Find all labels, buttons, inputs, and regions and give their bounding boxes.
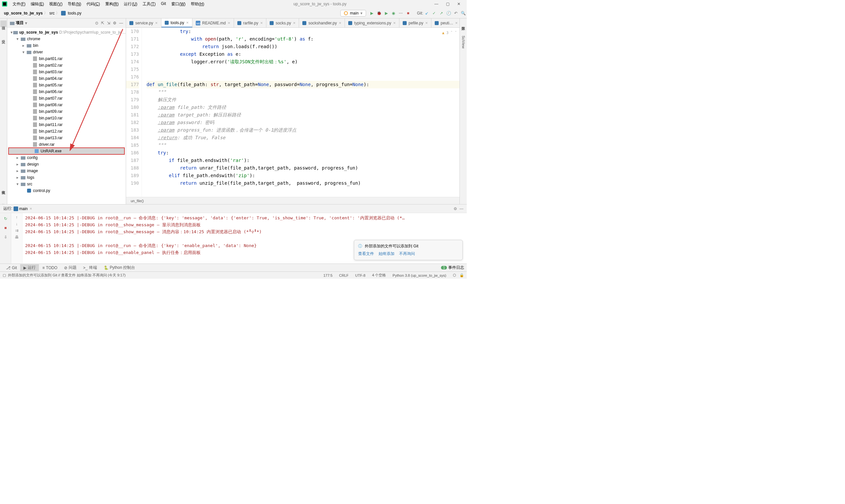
editor-tab[interactable]: typing_extensions.py× [345, 18, 399, 28]
bottom-tab-运行[interactable]: ▶运行 [20, 264, 39, 271]
tree-item[interactable]: bin.part12.rar [7, 128, 126, 134]
tree-item[interactable]: bin.part11.rar [7, 121, 126, 128]
tool-tab-favorites[interactable]: 收藏夹 [0, 184, 6, 191]
tree-item[interactable]: bin.part05.rar [7, 82, 126, 88]
tree-item[interactable]: bin.part13.rar [7, 134, 126, 141]
tree-item[interactable]: bin.part08.rar [7, 102, 126, 108]
expand-all-icon[interactable]: ⇱ [101, 21, 104, 25]
breadcrumb-root[interactable]: up_score_to_jw_sys [3, 11, 43, 16]
line-ending[interactable]: CRLF [336, 273, 352, 277]
file-encoding[interactable]: UTF-8 [352, 273, 369, 277]
collapse-all-icon[interactable]: ⇲ [107, 21, 110, 25]
tool-tab-structure[interactable]: 结构 [0, 198, 6, 204]
editor-breadcrumb[interactable]: un_file() [126, 197, 459, 204]
notif-link-view[interactable]: 查看文件 [358, 251, 374, 257]
menu-导航(N)[interactable]: 导航(N) [65, 1, 84, 7]
notif-link-always[interactable]: 始终添加 [379, 251, 394, 257]
run-button[interactable]: ▶ [368, 10, 375, 17]
bottom-tab-终端[interactable]: >_终端 [80, 264, 100, 271]
event-log-button[interactable]: 1 事件日志 [441, 265, 464, 270]
tool-tab-sciview[interactable]: SciView [461, 32, 466, 52]
tree-item[interactable]: bin.part01.rar [7, 55, 126, 62]
tree-item[interactable]: ▸image [7, 167, 126, 174]
menu-Git[interactable]: Git [158, 1, 168, 7]
menu-工具(T)[interactable]: 工具(T) [140, 1, 158, 7]
tool-tab-commit[interactable]: 提交 [0, 34, 6, 40]
git-commit-button[interactable]: ✓ [430, 10, 438, 17]
tree-item[interactable]: bin.part10.rar [7, 115, 126, 121]
minimize-button[interactable]: — [433, 1, 440, 7]
menu-窗口(W)[interactable]: 窗口(W) [169, 1, 188, 7]
git-push-button[interactable]: ↗ [438, 10, 445, 17]
tree-item[interactable]: bin.part04.rar [7, 75, 126, 82]
editor-tab[interactable]: socks.py× [266, 18, 299, 28]
run-settings-icon[interactable]: ⚙ [454, 206, 457, 211]
close-button[interactable]: ✕ [456, 1, 462, 7]
tool-tab-database[interactable]: 数据库 [460, 20, 466, 27]
run-config-name[interactable]: main [19, 206, 28, 211]
menu-视图(V)[interactable]: 视图(V) [47, 1, 65, 7]
tree-item[interactable]: bin.part06.rar [7, 88, 126, 95]
git-history-button[interactable]: 🕘 [445, 10, 452, 17]
debug-button[interactable]: 🐞 [375, 10, 383, 17]
print-icon[interactable]: 🖶 [15, 235, 19, 239]
stop-run-button[interactable]: ■ [2, 224, 9, 232]
run-hide-icon[interactable]: — [459, 206, 463, 211]
up-icon[interactable]: ↑ [16, 215, 18, 220]
tree-item[interactable]: driver.rar [7, 141, 126, 148]
maximize-button[interactable]: ▢ [444, 1, 451, 7]
indent-setting[interactable]: 4 个空格 [369, 273, 389, 278]
breadcrumb-folder[interactable]: src [49, 11, 55, 16]
editor-tab[interactable]: sockshandler.py× [299, 18, 345, 28]
bottom-tab-Python 控制台[interactable]: 🐍Python 控制台 [100, 264, 139, 271]
git-branch-selector[interactable]: main ▾ [340, 10, 366, 17]
tree-item[interactable]: bin.part09.rar [7, 108, 126, 115]
breadcrumb-file[interactable]: tools.py [67, 11, 82, 16]
tree-item[interactable]: control.py [7, 187, 126, 194]
editor-tab[interactable]: service.py× [126, 18, 161, 28]
git-status-icon[interactable]: ⬡ [450, 273, 459, 277]
tree-item[interactable]: ▸design [7, 161, 126, 167]
breadcrumb[interactable]: up_score_to_jw_sys 〉 src 〉 tools.py [0, 10, 83, 16]
project-tree[interactable]: ▾up_score_to_jw_sys D:\Project\pycharm\u… [7, 28, 126, 204]
settings-icon[interactable]: ⚙ [113, 21, 117, 25]
tree-item[interactable]: ▸bin [7, 42, 126, 49]
editor-tab[interactable]: tools.py× [161, 18, 192, 28]
caret-position[interactable]: 177:5 [320, 273, 336, 277]
tree-item[interactable]: ▾up_score_to_jw_sys D:\Project\pycharm\u… [7, 29, 126, 36]
tool-tab-project[interactable]: 项目 [0, 20, 6, 27]
tree-item[interactable]: ▾chrome [7, 36, 126, 42]
tree-item[interactable]: bin.part03.rar [7, 69, 126, 75]
git-update-button[interactable]: ↙ [423, 10, 430, 17]
bottom-tab-Git[interactable]: ⎇Git [3, 264, 20, 271]
python-interpreter[interactable]: Python 3.8 (up_score_to_jw_sys) [389, 273, 450, 277]
tree-item[interactable]: ▾driver [7, 49, 126, 55]
filter-icon[interactable]: ⇉ [15, 228, 18, 233]
bottom-tab-TODO[interactable]: ≡TODO [39, 264, 60, 271]
tree-item[interactable]: bin.part02.rar [7, 62, 126, 69]
profile-button[interactable]: ◉ [390, 10, 397, 17]
git-revert-button[interactable]: ↶ [452, 10, 459, 17]
menu-代码(C)[interactable]: 代码(C) [84, 1, 103, 7]
select-opened-file-icon[interactable]: ⊙ [95, 21, 99, 25]
search-everywhere-button[interactable]: 🔍 [459, 10, 467, 17]
more-run-button[interactable]: ⋯ [397, 10, 404, 17]
menu-编辑(E)[interactable]: 编辑(E) [28, 1, 47, 7]
notif-link-never[interactable]: 不再询问 [399, 251, 415, 257]
menu-重构(R)[interactable]: 重构(R) [103, 1, 122, 7]
menu-运行(U)[interactable]: 运行(U) [121, 1, 140, 7]
tree-item[interactable]: ▸logs [7, 174, 126, 181]
hide-panel-icon[interactable]: — [119, 21, 123, 25]
coverage-button[interactable]: ▶ [383, 10, 390, 17]
bottom-tab-问题[interactable]: ⊘问题 [61, 264, 80, 271]
editor-tab[interactable]: pefile.py× [399, 18, 432, 28]
menu-帮助(H)[interactable]: 帮助(H) [188, 1, 207, 7]
editor-tab[interactable]: peuti…× [432, 18, 459, 28]
editor-tab[interactable]: MDREADME.md× [192, 18, 234, 28]
lock-icon[interactable]: 🔒 [459, 273, 464, 277]
soft-wrap-icon[interactable]: ⇩ [2, 234, 9, 241]
status-icon[interactable]: ▢ [3, 273, 6, 277]
down-icon[interactable]: ↓ [16, 222, 18, 226]
tree-item[interactable]: UnRAR.exe [8, 148, 124, 155]
tree-item[interactable]: ▸config [7, 155, 126, 161]
